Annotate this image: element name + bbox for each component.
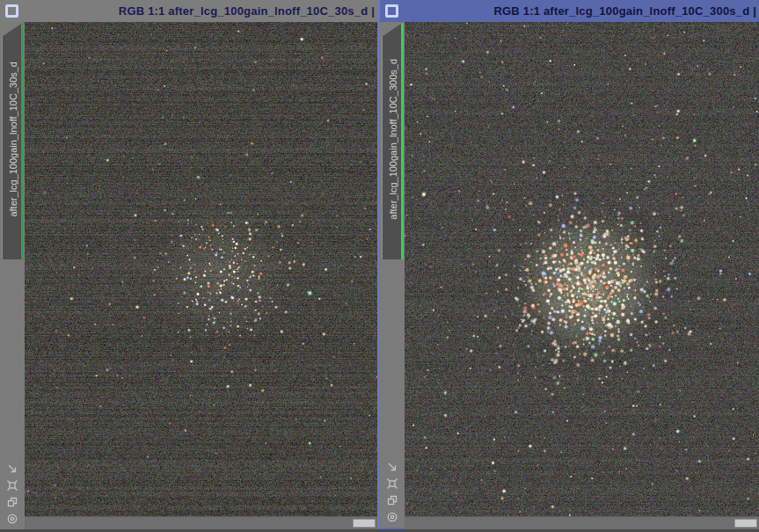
window-title: RGB 1:1 after_lcg_100gain_lnoff_10C_30s_… [24,4,375,18]
image-window-300s: RGB 1:1 after_lcg_100gain_lnoff_10C_300s… [377,0,759,529]
title-bar[interactable]: RGB 1:1 after_lcg_100gain_lnoff_10C_300s… [380,0,759,22]
pan-arrow-icon[interactable] [6,463,18,475]
title-bar[interactable]: RGB 1:1 after_lcg_100gain_lnoff_10C_30s_… [0,0,377,22]
center-view-icon[interactable] [6,513,18,525]
horizontal-scrollbar-thumb[interactable] [353,519,376,528]
image-tab-label: after_lcg_100gain_lnoff_10C_300s_d [388,59,398,223]
fit-view-icon[interactable] [386,477,398,490]
image-viewport [25,22,377,529]
tab-active-edge [21,22,24,259]
image-tab[interactable]: after_lcg_100gain_lnoff_10C_300s_d [382,22,404,259]
fit-view-icon[interactable] [6,479,18,492]
duplicate-view-icon[interactable] [6,496,18,508]
duplicate-view-icon[interactable] [386,494,398,506]
horizontal-scrollbar-thumb[interactable] [734,519,757,528]
tab-active-edge [401,22,404,259]
side-strip: after_lcg_100gain_lnoff_10C_30s_d [0,22,25,529]
pan-arrow-icon[interactable] [386,461,398,473]
window-menu-icon[interactable] [385,4,398,18]
workspace: RGB 1:1 after_lcg_100gain_lnoff_10C_30s_… [0,0,759,532]
image-window-30s: RGB 1:1 after_lcg_100gain_lnoff_10C_30s_… [0,0,377,529]
image-tab[interactable]: after_lcg_100gain_lnoff_10C_30s_d [2,22,24,259]
view-toolbar [380,461,405,523]
image-tab-label: after_lcg_100gain_lnoff_10C_30s_d [8,62,18,221]
side-strip: after_lcg_100gain_lnoff_10C_300s_d [380,22,405,528]
window-title: RGB 1:1 after_lcg_100gain_lnoff_10C_300s… [404,4,756,18]
horizontal-scrollbar[interactable] [405,516,759,529]
image-viewport [405,22,759,528]
center-view-icon[interactable] [386,511,398,523]
horizontal-scrollbar[interactable] [25,516,377,529]
image-canvas[interactable] [25,22,377,516]
image-canvas[interactable] [405,22,759,516]
window-menu-icon[interactable] [5,4,18,18]
view-toolbar [0,463,25,525]
